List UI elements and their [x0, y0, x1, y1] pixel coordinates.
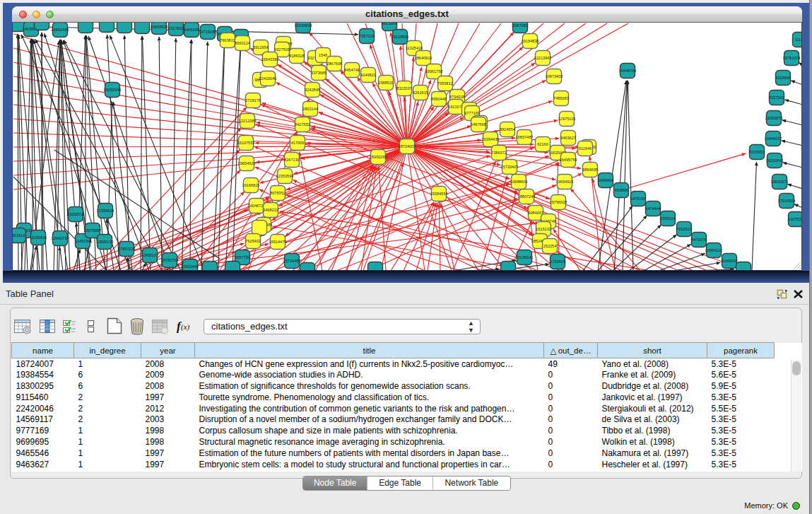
svg-text:8678352: 8678352	[270, 191, 286, 195]
svg-text:12213389: 12213389	[239, 119, 257, 123]
svg-text:23975867: 23975867	[84, 228, 102, 233]
svg-text:8990448: 8990448	[431, 97, 447, 101]
svg-text:6497568: 6497568	[471, 122, 486, 127]
svg-text:62160: 62160	[537, 142, 548, 146]
svg-text:6794028: 6794028	[449, 95, 465, 99]
svg-text:8427552: 8427552	[295, 122, 310, 127]
svg-text:19384554: 19384554	[430, 192, 448, 196]
svg-text:16154838: 16154838	[522, 39, 539, 43]
svg-text:15716485: 15716485	[283, 259, 301, 263]
svg-text:7955812: 7955812	[437, 81, 453, 86]
svg-text:9474444: 9474444	[645, 206, 661, 211]
svg-text:16210643: 16210643	[766, 158, 784, 163]
svg-text:18300295: 18300295	[370, 155, 387, 159]
svg-text:12444157: 12444157	[765, 136, 782, 141]
svg-text:8186328: 8186328	[289, 54, 305, 58]
svg-text:8813054: 8813054	[382, 23, 397, 25]
svg-text:19218506: 19218506	[392, 35, 409, 39]
svg-text:9329966: 9329966	[775, 76, 791, 80]
svg-text:2803144: 2803144	[302, 107, 318, 111]
svg-text:1733426: 1733426	[550, 259, 565, 264]
svg-text:20206516: 20206516	[67, 212, 85, 216]
svg-text:17359924: 17359924	[97, 209, 114, 213]
svg-text:15751074: 15751074	[783, 56, 801, 60]
svg-text:16961758: 16961758	[425, 69, 443, 74]
svg-text:8267130: 8267130	[284, 158, 300, 162]
svg-text:9242845: 9242845	[305, 88, 320, 92]
svg-text:16543382: 16543382	[261, 57, 279, 62]
svg-text:2867608: 2867608	[326, 62, 342, 66]
svg-text:911946: 911946	[579, 146, 592, 151]
svg-text:3498222: 3498222	[263, 208, 278, 212]
svg-text:2718176: 2718176	[245, 98, 261, 103]
svg-text:693898: 693898	[615, 188, 628, 192]
svg-text:11156819: 11156819	[30, 235, 47, 240]
svg-text:9084067: 9084067	[528, 211, 543, 215]
svg-text:1546: 1546	[319, 53, 327, 57]
svg-text:10958107: 10958107	[141, 253, 159, 257]
svg-text:6262615: 6262615	[413, 90, 428, 95]
svg-text:12975115: 12975115	[558, 117, 575, 121]
svg-text:8471676: 8471676	[691, 238, 707, 242]
svg-text:9227342: 9227342	[769, 95, 784, 100]
svg-text:7386372: 7386372	[491, 151, 507, 155]
svg-text:9463627: 9463627	[560, 136, 576, 140]
svg-text:17957225: 17957225	[118, 247, 136, 251]
svg-text:20053346: 20053346	[104, 88, 122, 92]
svg-text:12905135: 12905135	[96, 240, 114, 244]
svg-text:7663822: 7663822	[220, 38, 235, 42]
svg-text:16914479: 16914479	[269, 240, 287, 244]
svg-text:16107553: 16107553	[237, 141, 255, 145]
svg-text:1640954: 1640954	[598, 178, 613, 182]
svg-text:7357224: 7357224	[359, 34, 375, 38]
svg-text:2935114: 2935114	[660, 216, 675, 221]
svg-text:18807249: 18807249	[518, 194, 536, 199]
svg-text:9146821: 9146821	[360, 73, 376, 77]
svg-text:19654925: 19654925	[238, 161, 256, 165]
svg-text:10654112: 10654112	[705, 248, 722, 252]
svg-text:3912954: 3912954	[253, 45, 269, 49]
svg-text:3824554: 3824554	[500, 127, 515, 132]
svg-text:252254: 252254	[543, 244, 557, 248]
svg-text:17016504: 17016504	[778, 199, 796, 203]
svg-text:1527602: 1527602	[168, 26, 184, 30]
svg-text:20364436: 20364436	[482, 137, 500, 141]
svg-text:8322037: 8322037	[396, 86, 412, 90]
svg-text:8454749: 8454749	[344, 68, 360, 72]
svg-text:9657791: 9657791	[235, 255, 250, 259]
svg-text:15720407: 15720407	[501, 165, 519, 169]
svg-text:19692971: 19692971	[771, 180, 789, 184]
svg-text:12353594: 12353594	[276, 174, 294, 178]
svg-text:16033809: 16033809	[295, 23, 312, 28]
svg-text:6479197: 6479197	[630, 197, 646, 201]
svg-text:9245652: 9245652	[722, 259, 737, 263]
svg-text:(x): (x)	[181, 322, 190, 332]
svg-text:11325419: 11325419	[406, 46, 423, 50]
svg-text:20691406: 20691406	[52, 28, 69, 32]
svg-text:9327503: 9327503	[274, 47, 290, 52]
svg-text:1588520: 1588520	[378, 81, 394, 85]
svg-text:7632621: 7632621	[676, 227, 692, 231]
svg-text:2087682: 2087682	[512, 23, 528, 28]
svg-text:3373685: 3373685	[311, 71, 326, 75]
svg-text:417006: 417006	[291, 141, 305, 145]
svg-text:10807487: 10807487	[516, 135, 534, 139]
svg-text:10688609: 10688609	[510, 180, 528, 184]
svg-text:8215953: 8215953	[749, 150, 765, 154]
svg-text:11124: 11124	[795, 37, 802, 42]
svg-text:12942737: 12942737	[52, 236, 69, 240]
svg-text:1145194: 1145194	[75, 239, 90, 243]
svg-text:10973403: 10973403	[546, 74, 563, 78]
svg-text:15136141: 15136141	[516, 255, 534, 259]
svg-text:19654923: 19654923	[556, 180, 574, 184]
svg-text:19166825: 19166825	[242, 183, 260, 187]
svg-text:1621072: 1621072	[448, 105, 464, 109]
svg-text:12093873: 12093873	[765, 116, 783, 120]
svg-text:1167533: 1167533	[788, 217, 802, 221]
svg-text:6466160: 6466160	[184, 28, 199, 32]
svg-text:18640910: 18640910	[415, 56, 433, 60]
svg-text:1615132: 1615132	[536, 227, 551, 231]
svg-text:8660124: 8660124	[235, 41, 250, 45]
svg-text:7485063: 7485063	[553, 96, 569, 100]
svg-text:9777169: 9777169	[464, 111, 480, 115]
